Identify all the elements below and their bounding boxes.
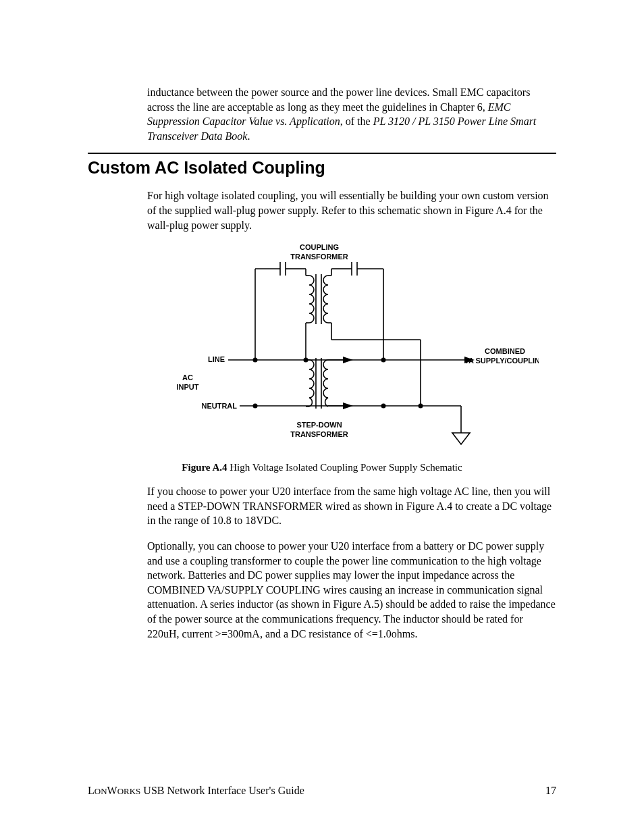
para-3: If you choose to power your U20 interfac… (147, 484, 556, 528)
section-divider (88, 153, 556, 154)
label-stepdown1: STEP-DOWN (296, 421, 342, 429)
para1-a: inductance between the power source and … (147, 86, 530, 113)
figure-caption: Figure A.4 High Voltage Isolated Couplin… (88, 462, 556, 473)
label-combined: COMBINED (485, 347, 525, 355)
caption-bold: Figure A.4 (182, 462, 227, 473)
page-footer: LONWORKS USB Network Interface User's Gu… (88, 785, 556, 797)
para1-e: . (247, 130, 250, 142)
label-vasupply: VA SUPPLY/COUPLING (464, 357, 539, 365)
label-input: INPUT (177, 383, 199, 391)
footer-rest: USB Network Interface User's Guide (140, 785, 304, 796)
page-number: 17 (545, 785, 556, 797)
section-heading: Custom AC Isolated Coupling (88, 158, 556, 178)
label-ac: AC (182, 373, 193, 382)
schematic-svg: COUPLING TRANSFORMER LINE AC INPUT NEUTR… (147, 242, 539, 451)
label-stepdown2: TRANSFORMER (290, 430, 348, 438)
caption-rest: High Voltage Isolated Coupling Power Sup… (227, 462, 462, 473)
svg-point-39 (381, 404, 386, 409)
label-coupling1: COUPLING (300, 243, 339, 251)
footer-title: LONWORKS USB Network Interface User's Gu… (88, 785, 304, 797)
label-line: LINE (208, 355, 225, 363)
para1-c: , of the (340, 115, 373, 127)
figure-a4: COUPLING TRANSFORMER LINE AC INPUT NEUTR… (147, 242, 556, 454)
para-2: For high voltage isolated coupling, you … (147, 188, 556, 232)
label-neutral: NEUTRAL (201, 402, 237, 410)
svg-marker-45 (452, 433, 470, 444)
intro-paragraph: inductance between the power source and … (147, 85, 556, 143)
label-coupling2: TRANSFORMER (290, 253, 348, 261)
footer-brand: LONWORKS (88, 785, 140, 796)
para-4: Optionally, you can choose to power your… (147, 539, 556, 641)
